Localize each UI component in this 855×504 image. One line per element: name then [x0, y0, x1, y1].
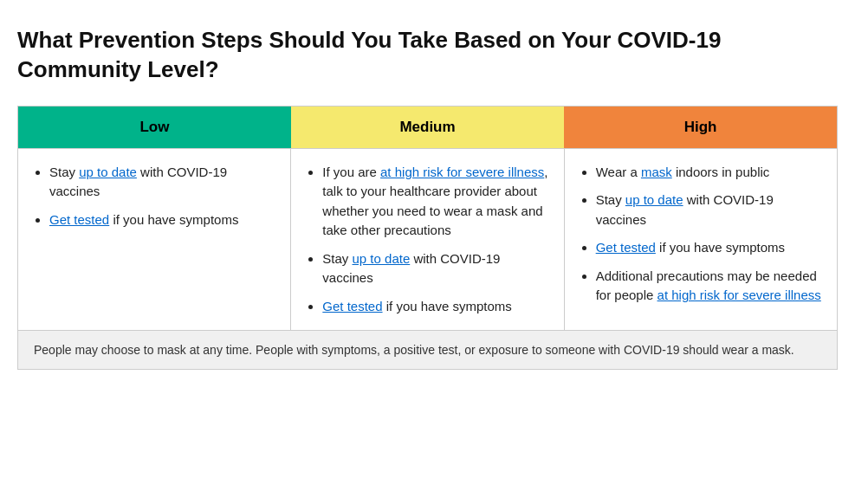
list-item: Get tested if you have symptoms [322, 297, 547, 317]
list-item: If you are at high risk for severe illne… [322, 163, 547, 241]
list-item: Additional precautions may be needed for… [596, 267, 821, 306]
header-medium: Medium [291, 106, 564, 148]
low-list: Stay up to date with COVID-19 vaccines G… [34, 163, 275, 230]
low-content: Stay up to date with COVID-19 vaccines G… [18, 148, 291, 331]
content-row: Stay up to date with COVID-19 vaccines G… [18, 148, 838, 331]
medium-link-highrisk[interactable]: at high risk for severe illness [380, 165, 544, 179]
list-item: Get tested if you have symptoms [596, 238, 821, 258]
page-title: What Prevention Steps Should You Take Ba… [17, 26, 838, 85]
header-low: Low [18, 106, 291, 148]
low-link-gettested[interactable]: Get tested [49, 212, 109, 227]
high-link-mask[interactable]: mask [641, 165, 672, 179]
high-list: Wear a mask indoors in public Stay up to… [580, 163, 821, 306]
high-link-uptodate[interactable]: up to date [625, 192, 683, 207]
medium-link-uptodate[interactable]: up to date [353, 251, 411, 266]
high-content: Wear a mask indoors in public Stay up to… [564, 148, 837, 331]
prevention-table: Low Medium High Stay up to date with COV… [17, 106, 838, 371]
list-item: Get tested if you have symptoms [49, 210, 275, 230]
footer-text: People may choose to mask at any time. P… [18, 331, 838, 370]
high-link-highrisk[interactable]: at high risk for severe illness [657, 288, 821, 302]
medium-content: If you are at high risk for severe illne… [291, 148, 564, 331]
medium-list: If you are at high risk for severe illne… [307, 163, 547, 317]
list-item: Stay up to date with COVID-19 vaccines [49, 163, 275, 202]
list-item: Stay up to date with COVID-19 vaccines [322, 249, 547, 288]
header-high: High [564, 106, 837, 148]
high-link-gettested[interactable]: Get tested [596, 240, 656, 255]
medium-link-gettested[interactable]: Get tested [322, 299, 382, 313]
list-item: Wear a mask indoors in public [596, 163, 821, 183]
list-item: Stay up to date with COVID-19 vaccines [596, 191, 821, 229]
footer-row: People may choose to mask at any time. P… [18, 331, 838, 370]
low-link-uptodate[interactable]: up to date [79, 165, 137, 179]
